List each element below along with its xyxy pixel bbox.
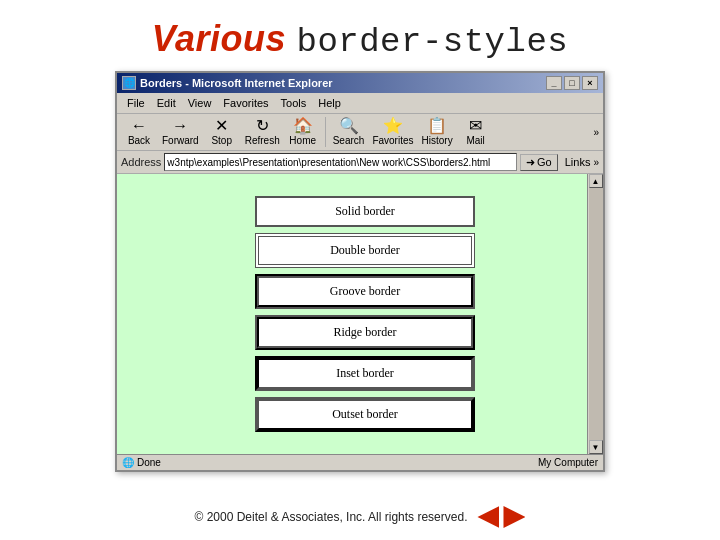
- slide-container: Various border-styles 🌐 Borders - Micros…: [0, 0, 720, 540]
- scrollbar-up-btn[interactable]: ▲: [589, 174, 603, 188]
- ie-content: Solid border Double border Groove border…: [117, 174, 603, 454]
- border-outset-box: Outset border: [255, 397, 475, 432]
- ie-titlebar: 🌐 Borders - Microsoft Internet Explorer …: [117, 73, 603, 93]
- ie-scrollbar[interactable]: ▲ ▼: [587, 174, 603, 454]
- nav-buttons: [477, 506, 525, 528]
- ie-menubar: File Edit View Favorites Tools Help: [117, 93, 603, 114]
- border-outset-label: Outset border: [332, 407, 398, 421]
- search-btn[interactable]: 🔍 Search: [330, 116, 368, 148]
- history-label: History: [422, 135, 453, 146]
- favorites-label: Favorites: [372, 135, 413, 146]
- links-label[interactable]: Links: [565, 156, 591, 168]
- home-btn[interactable]: 🏠 Home: [285, 116, 321, 148]
- refresh-label: Refresh: [245, 135, 280, 146]
- ie-icon: 🌐: [122, 76, 136, 90]
- border-inset-box: Inset border: [255, 356, 475, 391]
- stop-icon: ✕: [215, 118, 228, 134]
- history-btn[interactable]: 📋 History: [419, 116, 456, 148]
- scrollbar-track: [589, 188, 603, 440]
- menu-view[interactable]: View: [182, 95, 218, 111]
- go-button[interactable]: ➜ Go: [520, 154, 558, 171]
- scrollbar-down-btn[interactable]: ▼: [589, 440, 603, 454]
- border-inset-label: Inset border: [336, 366, 394, 380]
- forward-btn[interactable]: → Forward: [159, 116, 202, 148]
- search-label: Search: [333, 135, 365, 146]
- border-solid-label: Solid border: [335, 204, 395, 218]
- menu-edit[interactable]: Edit: [151, 95, 182, 111]
- toolbar-more[interactable]: »: [593, 127, 599, 138]
- footer-copyright: © 2000 Deitel & Associates, Inc. All rig…: [195, 510, 468, 524]
- border-double-label: Double border: [330, 243, 400, 257]
- slide-footer: © 2000 Deitel & Associates, Inc. All rig…: [0, 506, 720, 528]
- ie-content-wrapper: Solid border Double border Groove border…: [117, 174, 603, 454]
- ie-addressbar: Address ➜ Go Links »: [117, 151, 603, 174]
- back-icon: ←: [131, 118, 147, 134]
- search-icon: 🔍: [339, 118, 359, 134]
- stop-label: Stop: [211, 135, 232, 146]
- menu-tools[interactable]: Tools: [275, 95, 313, 111]
- ie-window: 🌐 Borders - Microsoft Internet Explorer …: [115, 71, 605, 472]
- status-left: 🌐 Done: [122, 457, 161, 468]
- back-btn[interactable]: ← Back: [121, 116, 157, 148]
- history-icon: 📋: [427, 118, 447, 134]
- border-solid-box: Solid border: [255, 196, 475, 227]
- mail-btn[interactable]: ✉ Mail: [458, 116, 494, 148]
- links-arrow: »: [593, 157, 599, 168]
- next-button[interactable]: [503, 506, 525, 528]
- stop-btn[interactable]: ✕ Stop: [204, 116, 240, 148]
- refresh-btn[interactable]: ↻ Refresh: [242, 116, 283, 148]
- home-icon: 🏠: [293, 118, 313, 134]
- status-text: Done: [137, 457, 161, 468]
- menu-file[interactable]: File: [121, 95, 151, 111]
- refresh-icon: ↻: [256, 118, 269, 134]
- status-icon: 🌐: [122, 457, 134, 468]
- ie-titlebar-left: 🌐 Borders - Microsoft Internet Explorer: [122, 76, 333, 90]
- ie-statusbar: 🌐 Done My Computer: [117, 454, 603, 470]
- border-groove-box: Groove border: [255, 274, 475, 309]
- favorites-btn[interactable]: ⭐ Favorites: [369, 116, 416, 148]
- border-double-box: Double border: [255, 233, 475, 268]
- address-input[interactable]: [164, 153, 517, 171]
- go-label: Go: [537, 156, 552, 168]
- ie-toolbar: ← Back → Forward ✕ Stop ↻ Refresh 🏠 Home…: [117, 114, 603, 151]
- menu-favorites[interactable]: Favorites: [217, 95, 274, 111]
- favorites-icon: ⭐: [383, 118, 403, 134]
- title-mono: border-styles: [296, 23, 568, 61]
- border-ridge-box: Ridge border: [255, 315, 475, 350]
- forward-label: Forward: [162, 135, 199, 146]
- close-btn[interactable]: ×: [582, 76, 598, 90]
- address-label: Address: [121, 156, 161, 168]
- back-label: Back: [128, 135, 150, 146]
- prev-button[interactable]: [477, 506, 499, 528]
- status-right: My Computer: [538, 457, 598, 468]
- slide-title: Various border-styles: [152, 18, 568, 61]
- border-groove-label: Groove border: [330, 284, 400, 298]
- toolbar-sep: [325, 117, 326, 147]
- mail-label: Mail: [466, 135, 484, 146]
- ie-title: Borders - Microsoft Internet Explorer: [140, 77, 333, 89]
- border-ridge-label: Ridge border: [334, 325, 397, 339]
- forward-icon: →: [172, 118, 188, 134]
- menu-help[interactable]: Help: [312, 95, 347, 111]
- home-label: Home: [289, 135, 316, 146]
- maximize-btn[interactable]: □: [564, 76, 580, 90]
- minimize-btn[interactable]: _: [546, 76, 562, 90]
- ie-titlebar-buttons[interactable]: _ □ ×: [546, 76, 598, 90]
- mail-icon: ✉: [469, 118, 482, 134]
- title-red: Various: [152, 18, 286, 59]
- go-arrow: ➜: [526, 156, 535, 169]
